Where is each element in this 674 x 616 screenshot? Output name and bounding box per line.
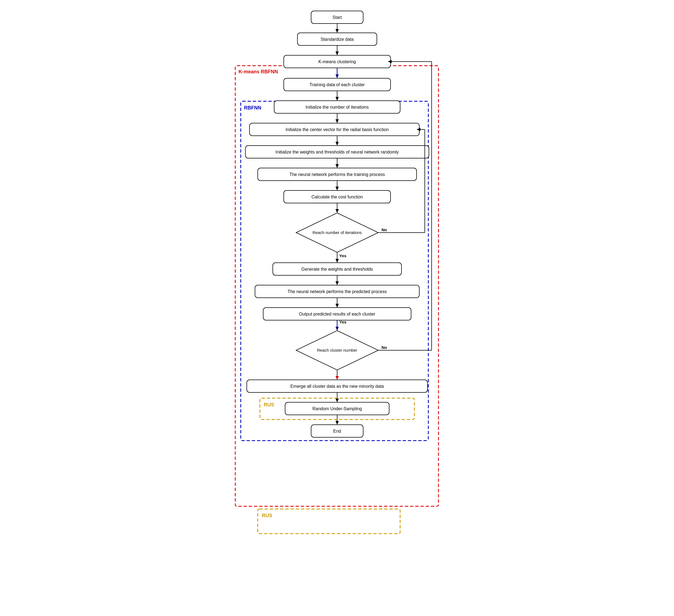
arrowhead-reachcluster-emerge: [335, 376, 339, 380]
cost-function-label: Calculate the cost function: [311, 194, 363, 199]
init-iterations-label: Initialize the number of iterations: [305, 105, 368, 110]
arrowhead-kmeans-training: [335, 74, 339, 78]
arrowhead-start-standardize: [335, 29, 339, 33]
init-weights-label: Initialize the weights and thresholds of…: [275, 150, 399, 154]
arrowhead-emerge-rus: [335, 399, 339, 402]
neural-train-label: The neural network performs the training…: [289, 172, 385, 177]
yes-label-cluster-above: Yes: [339, 320, 346, 324]
arrowhead-output-reachcluster: [335, 327, 339, 331]
generate-weights-label: Generate the weights and thresholds: [301, 267, 373, 272]
main-diagram-svg: K-means RBFNN RBFNN RUS Start Standardiz…: [230, 5, 444, 567]
kmeans-rbfnn-label: K-means RBFNN: [239, 69, 278, 74]
arrowhead-inititer-initcenter: [335, 119, 339, 123]
arrowhead-initcenter-initweights: [335, 142, 339, 146]
no-label-cluster: No: [381, 345, 387, 350]
standardize-label: Standardize data: [320, 37, 354, 42]
kmeans-label: K-means clustering: [318, 59, 356, 64]
end-label: End: [333, 429, 341, 434]
rbfnn-label: RBFNN: [244, 105, 261, 111]
rus-border: [258, 509, 400, 533]
reach-cluster-label: Reach cluster number: [317, 348, 357, 352]
rus-box-label: Random Under-Sampling: [312, 406, 362, 411]
emerge-all-label: Emerge all cluster data as the new minor…: [290, 384, 384, 389]
arrowhead-rus-end: [335, 421, 339, 425]
arrowhead-neuralpredict-output: [335, 304, 339, 308]
yes-label-iterations: Yes: [339, 254, 346, 258]
arrowhead-std-kmeans: [335, 51, 339, 55]
output-results-label: Output predicted results of each cluster: [299, 312, 375, 316]
rus-border-label: RUS: [264, 402, 274, 408]
training-data-label: Training data of each cluster: [310, 83, 365, 87]
diagram-container: K-means RBFNN RBFNN RUS Start Standardiz…: [230, 5, 444, 567]
start-label: Start: [332, 15, 342, 20]
arrowhead-reachiter-genweights: [335, 259, 339, 263]
arrowhead-genweights-neuralpredict: [335, 281, 339, 285]
rus-label: RUS: [262, 513, 272, 518]
arrowhead-initweights-neuraltrain: [335, 164, 339, 168]
init-center-label: Initialize the center vector for the rad…: [286, 127, 388, 132]
reach-iter-label: Reach number of iterations: [312, 230, 361, 235]
arrowhead-neuraltrain-cost: [335, 187, 339, 190]
neural-predict-label: The neural network performs the predicte…: [288, 289, 387, 294]
arrowhead-training-inititer: [335, 97, 339, 101]
no-label-iterations: No: [381, 227, 387, 232]
arrowhead-cost-reachiter: [335, 209, 339, 213]
